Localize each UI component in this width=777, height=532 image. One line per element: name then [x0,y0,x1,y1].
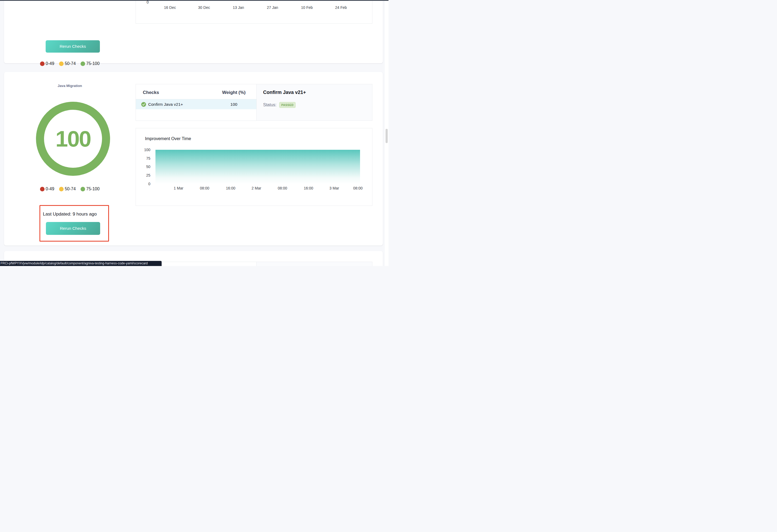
imp-x-tick: 16:00 [220,186,241,190]
score-ring: 100 [36,102,110,176]
legend-item-mid: 50-74 [59,186,76,191]
legend-item-mid: 50-74 [59,61,76,66]
imp-y-tick: 100 [136,148,150,152]
cropped-top-strip [0,0,388,1]
legend-item-low: 0-49 [40,61,54,66]
imp-x-tick: 08:00 [194,186,215,190]
legend-label: 0-49 [46,61,54,66]
trend-x-tick: 13 Jan [228,5,249,10]
scorecard-title: Java Migration [4,84,136,88]
check-passed-icon [141,102,146,107]
checks-column-header: Checks [143,90,159,95]
trend-chart-container: 0 16 Dec 30 Dec 13 Jan 27 Jan 10 Feb 24 … [136,0,372,24]
legend-item-high: 75-100 [81,186,100,191]
status-row: Status: PASSED [263,102,296,108]
status-badge: PASSED [279,102,296,108]
trend-x-tick: 30 Dec [193,5,215,10]
score-legend: 0-49 50-74 75-100 [4,186,136,191]
check-detail-title: Confirm Java v21+ [263,90,306,95]
imp-y-tick: 75 [136,156,150,160]
legend-label: 50-74 [65,61,76,66]
score-value: 100 [55,126,91,152]
annotation-highlight-box [39,205,109,242]
improvement-area-series [155,150,360,184]
legend-label: 50-74 [65,186,76,191]
scorecard-card-java-migration: Java Migration 100 0-49 50-74 75-100 Las… [4,72,383,246]
legend-item-high: 75-100 [81,61,100,66]
trend-x-tick: 10 Feb [296,5,318,10]
imp-y-tick: 50 [136,164,150,169]
trend-x-tick: 16 Dec [159,5,181,10]
legend-dot-green-icon [81,187,85,191]
scrollbar-thumb[interactable] [385,129,388,143]
status-label: Status: [263,103,276,107]
improvement-chart-container: Improvement Over Time 100 75 50 25 0 1 M… [136,128,372,206]
legend-item-low: 0-49 [40,186,54,191]
checks-panel [136,262,372,266]
imp-x-tick: 08:00 [272,186,293,190]
trend-x-tick: 27 Jan [262,5,283,10]
check-detail-panel: Confirm Java v21+ Status: PASSED [256,84,372,121]
check-row-confirm-java[interactable]: Confirm Java v21+ 100 [136,99,256,109]
imp-x-tick: 2 Mar [246,186,267,190]
legend-dot-yellow-icon [59,61,64,66]
trend-x-tick: 24 Feb [330,5,352,10]
score-legend: 0-49 50-74 75-100 [4,61,136,66]
link-url-statusbar: FRCi-pfWPYXVjvw/module/idp/catalog/defau… [0,261,161,266]
improvement-chart-title: Improvement Over Time [145,136,191,141]
imp-x-tick: 16:00 [298,186,319,190]
imp-y-tick: 0 [136,182,150,186]
imp-x-tick: 3 Mar [324,186,345,190]
scorecard-card-top: 0-49 50-74 75-100 Last Updated: 9 hours … [4,0,383,63]
imp-y-tick: 25 [136,173,150,177]
legend-label: 75-100 [86,186,100,191]
weight-column-header: Weight (%) [215,90,253,95]
legend-dot-green-icon [81,61,85,66]
scrollbar-track[interactable] [385,0,388,266]
checks-panel: Checks Weight (%) Confirm Java v21+ 100 … [136,84,372,121]
legend-label: 75-100 [86,61,100,66]
legend-dot-yellow-icon [59,187,64,191]
legend-dot-red-icon [40,187,44,191]
legend-dot-red-icon [40,61,44,66]
check-name: Confirm Java v21+ [148,102,183,107]
rerun-checks-button[interactable]: Rerun Checks [46,40,100,52]
imp-x-tick: 08:00 [347,186,369,190]
check-detail-panel [256,262,372,266]
check-weight: 100 [215,99,253,109]
legend-label: 0-49 [46,186,54,191]
imp-x-tick: 1 Mar [168,186,189,190]
